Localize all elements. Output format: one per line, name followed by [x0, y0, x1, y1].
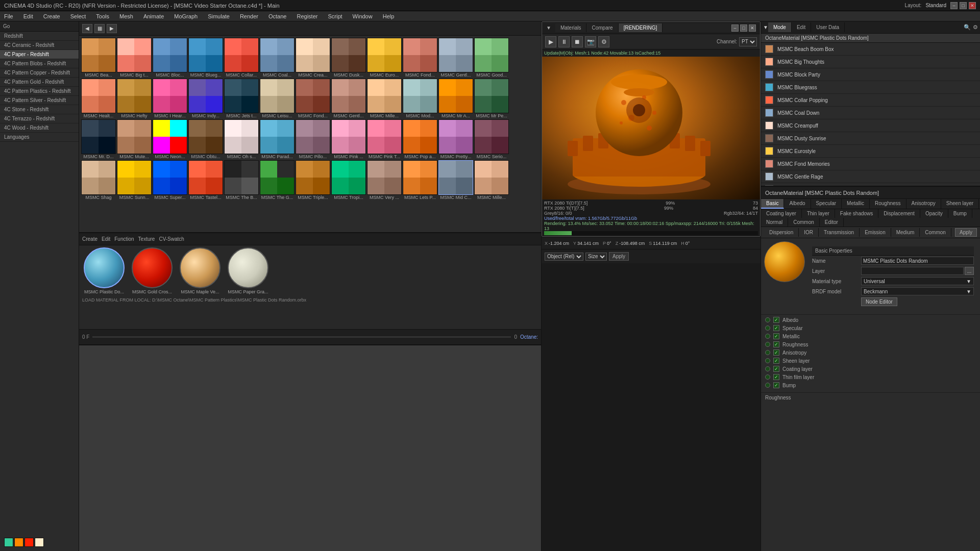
- mat-list-item-1[interactable]: MSMC Big Thoughts: [761, 56, 980, 68]
- check-0[interactable]: ✓: [773, 317, 779, 323]
- material-item-33[interactable]: MSMC Pop a...: [403, 119, 437, 159]
- material-item-38[interactable]: MSMC Super...: [153, 160, 187, 200]
- material-item-28[interactable]: MSMC Oh s...: [224, 119, 259, 159]
- material-item-45[interactable]: MSMC Lets P...: [403, 160, 437, 200]
- cv-swatch-btn[interactable]: CV-Swatch: [159, 236, 184, 242]
- material-item-16[interactable]: MSMC Jets t...: [224, 79, 259, 118]
- name-input[interactable]: [861, 257, 974, 265]
- material-item-17[interactable]: MSMC Leisu...: [260, 79, 295, 118]
- material-item-15[interactable]: MSMC Indy...: [188, 79, 223, 118]
- render-settings-btn[interactable]: ⚙: [598, 36, 609, 47]
- menu-help[interactable]: Help: [381, 13, 397, 19]
- material-item-43[interactable]: MSMC Tropi...: [331, 160, 366, 200]
- octane-tab-displacement[interactable]: Displacement: [878, 209, 920, 218]
- mat-list-item-7[interactable]: MSMC Dusty Sunrise: [761, 132, 980, 145]
- timeline-track[interactable]: [92, 336, 511, 338]
- category-terrazzo[interactable]: 4C Terrazzo - Redshift: [0, 114, 79, 123]
- material-item-9[interactable]: MSMC Fond...: [403, 38, 437, 78]
- category-plastics[interactable]: 4C Pattern Plastics - Redshift: [0, 87, 79, 96]
- material-item-18[interactable]: MSMC Fond...: [296, 79, 330, 118]
- octane-tab-albedo[interactable]: Albedo: [784, 199, 811, 209]
- mat-list-item-9[interactable]: MSMC Fond Memories: [761, 158, 980, 170]
- material-item-3[interactable]: MSMC Blueg...: [188, 38, 223, 78]
- octane-tab-opacity[interactable]: Opacity: [920, 209, 948, 218]
- material-item-20[interactable]: MSMC Mille...: [367, 79, 402, 118]
- octane-tab-anisotropy[interactable]: Anisotropy: [906, 199, 941, 209]
- material-item-32[interactable]: MSMC Pink T...: [367, 119, 402, 159]
- radio-3[interactable]: [765, 342, 770, 347]
- material-item-1[interactable]: MSMC Big t...: [117, 38, 152, 78]
- category-blobs[interactable]: 4C Pattern Blobs - Redshift: [0, 59, 79, 68]
- octane-tab-coating[interactable]: Coating layer: [761, 209, 802, 218]
- strip-material-maple[interactable]: MSMC Maple Ve...: [177, 247, 223, 294]
- material-item-4[interactable]: MSMC Collar...: [224, 38, 259, 78]
- channel-select[interactable]: PT: [739, 37, 757, 46]
- octane-tab-common[interactable]: Common: [788, 218, 820, 227]
- rp-minimize[interactable]: –: [731, 24, 739, 32]
- render-pause-btn[interactable]: ⏸: [558, 36, 570, 47]
- material-item-12[interactable]: MSMC Healt...: [81, 79, 116, 118]
- material-item-19[interactable]: MSMC Gentl...: [331, 79, 366, 118]
- octane-tab-fake-shadows[interactable]: Fake shadows: [835, 209, 878, 218]
- material-item-41[interactable]: MSMC The G...: [260, 160, 295, 200]
- mat-type-dropdown[interactable]: Universal ▼: [861, 277, 974, 285]
- radio-6[interactable]: [765, 366, 770, 371]
- tab-edit[interactable]: Edit: [792, 22, 811, 32]
- category-gold[interactable]: 4C Pattern Gold - Redshift: [0, 78, 79, 87]
- menu-tools[interactable]: Tools: [94, 13, 111, 19]
- rp-3d-view[interactable]: [542, 57, 760, 199]
- menu-edit[interactable]: Edit: [21, 13, 35, 19]
- menu-select[interactable]: Select: [68, 13, 88, 19]
- material-item-10[interactable]: MSMC Gentl...: [438, 38, 473, 78]
- check-6[interactable]: ✓: [773, 366, 779, 372]
- search-icon[interactable]: 🔍: [964, 24, 971, 31]
- octane-tab-specular[interactable]: Specular: [811, 199, 842, 209]
- material-item-23[interactable]: MSMC Mr Pe...: [474, 79, 509, 118]
- mat-list-item-2[interactable]: MSMC Block Party: [761, 68, 980, 81]
- layer-input[interactable]: [861, 267, 964, 275]
- subtab-common2[interactable]: Common: [920, 228, 951, 237]
- material-item-37[interactable]: MSMC Sunn...: [117, 160, 152, 200]
- material-item-13[interactable]: MSMC Hefty: [117, 79, 152, 118]
- apply-btn[interactable]: Apply: [609, 252, 629, 261]
- material-item-21[interactable]: MSMC Mod...: [403, 79, 437, 118]
- mat-list-item-0[interactable]: MSMC Beach Boom Box: [761, 43, 980, 56]
- menu-window[interactable]: Window: [351, 13, 375, 19]
- octane-tab-sheen[interactable]: Sheen layer: [941, 199, 979, 209]
- check-4[interactable]: ✓: [773, 349, 779, 356]
- octane-tab-thin[interactable]: Thin layer: [802, 209, 835, 218]
- menu-register[interactable]: Register: [295, 13, 320, 19]
- material-item-7[interactable]: MSMC Dusk...: [331, 38, 366, 78]
- check-8[interactable]: ✓: [773, 382, 779, 388]
- material-item-25[interactable]: MSMC Mute...: [117, 119, 152, 159]
- menu-octane[interactable]: Octane: [266, 13, 288, 19]
- category-languages[interactable]: Languages: [0, 133, 79, 142]
- menu-create[interactable]: Create: [41, 13, 62, 19]
- radio-7[interactable]: [765, 374, 770, 380]
- octane-tab-metallic[interactable]: Metallic: [842, 199, 870, 209]
- octane-tab-normal[interactable]: Normal: [761, 218, 788, 227]
- subtab-medium[interactable]: Medium: [891, 228, 920, 237]
- octane-tab-editor[interactable]: Editor: [820, 218, 844, 227]
- subtab-transmission[interactable]: Transmission: [819, 228, 860, 237]
- material-item-42[interactable]: MSMC Triple...: [296, 160, 330, 200]
- menu-script[interactable]: Script: [326, 13, 344, 19]
- octane-apply-btn[interactable]: Apply: [955, 228, 977, 237]
- mat-list-item-5[interactable]: MSMC Coal Down: [761, 107, 980, 119]
- object-ref-select[interactable]: Object (Rel): [545, 253, 583, 261]
- menu-file[interactable]: File: [2, 13, 15, 19]
- material-item-0[interactable]: MSMC Bea...: [81, 38, 116, 78]
- menu-mesh[interactable]: Mesh: [117, 13, 135, 19]
- settings-icon[interactable]: ⚙: [973, 24, 978, 31]
- radio-1[interactable]: [765, 325, 770, 331]
- prev-btn[interactable]: ◀: [82, 24, 92, 33]
- material-item-47[interactable]: MSMC Mille...: [474, 160, 509, 200]
- strip-material-gold-cross[interactable]: MSMC Gold Cros...: [129, 247, 175, 294]
- radio-8[interactable]: [765, 383, 770, 388]
- function-btn[interactable]: Function: [114, 236, 134, 242]
- category-copper[interactable]: 4C Pattern Copper - Redshift: [0, 68, 79, 78]
- rp-tab-compare[interactable]: Compare: [586, 23, 618, 32]
- strip-material-paper-gray[interactable]: MSMC Paper Gra...: [225, 247, 271, 294]
- category-wood[interactable]: 4C Wood - Redshift: [0, 123, 79, 133]
- material-item-44[interactable]: MSMC Very ...: [367, 160, 402, 200]
